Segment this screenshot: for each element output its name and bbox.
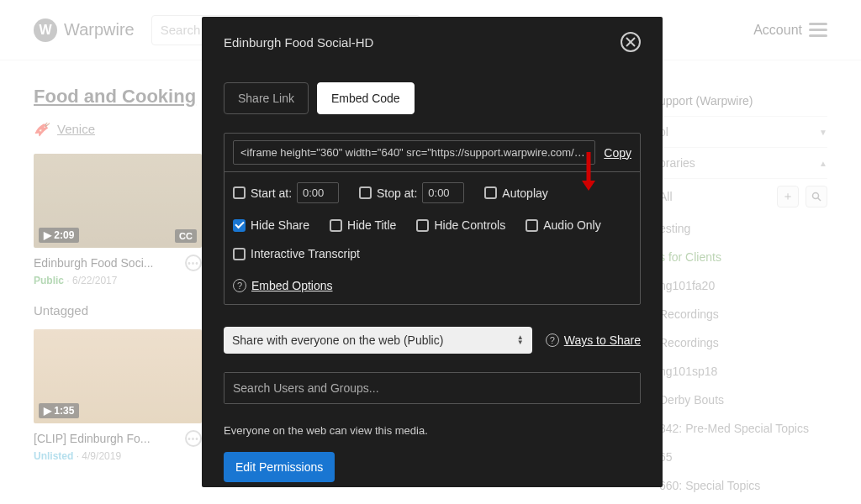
start-at-label: Start at: [251,186,292,200]
user-group-search-input[interactable] [224,373,640,403]
interactive-transcript-label: Interactive Transcript [251,247,360,260]
stop-at-input[interactable] [422,182,464,203]
copy-button[interactable]: Copy [604,146,631,160]
stop-at-label: Stop at: [377,186,417,200]
hide-title-label: Hide Title [347,218,396,232]
help-icon[interactable]: ? [546,333,559,347]
hide-title-option[interactable]: Hide Title [330,218,396,232]
autoplay-option[interactable]: Autoplay [484,186,547,200]
select-arrows-icon: ▲▼ [517,335,524,345]
start-at-input[interactable] [297,182,339,203]
hide-share-label: Hide Share [251,218,309,232]
checkbox-icon[interactable] [233,219,246,232]
start-at-option[interactable]: Start at: [233,182,339,203]
autoplay-label: Autoplay [502,186,547,200]
hide-share-option[interactable]: Hide Share [233,218,309,232]
embed-code-input[interactable]: <iframe height="360" width="640" src="ht… [233,140,595,165]
checkbox-icon[interactable] [526,219,538,232]
embed-options-link[interactable]: Embed Options [251,279,333,292]
share-visibility-select[interactable]: Share with everyone on the web (Public) … [224,327,532,354]
ways-to-share-link[interactable]: Ways to Share [564,333,641,347]
share-select-value: Share with everyone on the web (Public) [232,333,443,347]
tab-share-link[interactable]: Share Link [224,82,309,114]
checkbox-icon[interactable] [484,186,497,199]
checkbox-icon[interactable] [416,219,429,232]
close-button[interactable] [621,32,641,52]
checkbox-icon[interactable] [233,248,246,260]
checkbox-icon[interactable] [330,219,342,232]
hide-controls-label: Hide Controls [434,218,505,232]
modal-title: Edinburgh Food Social-HD [224,35,373,50]
tab-embed-code[interactable]: Embed Code [317,82,415,114]
share-modal: Edinburgh Food Social-HD Share Link Embe… [202,17,663,487]
audio-only-option[interactable]: Audio Only [526,218,600,232]
stop-at-option[interactable]: Stop at: [359,182,464,203]
interactive-transcript-option[interactable]: Interactive Transcript [233,247,360,260]
edit-permissions-button[interactable]: Edit Permissions [224,452,335,482]
checkbox-icon[interactable] [233,186,246,199]
audio-only-label: Audio Only [543,218,600,232]
help-icon[interactable]: ? [233,279,246,292]
checkbox-icon[interactable] [359,186,372,199]
share-description: Everyone on the web can view this media. [224,424,641,437]
hide-controls-option[interactable]: Hide Controls [416,218,505,232]
